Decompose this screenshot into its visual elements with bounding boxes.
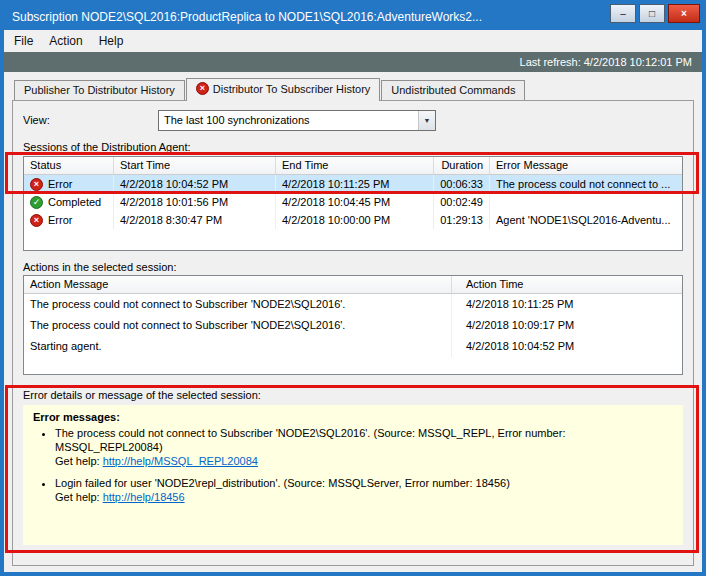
error-details-label: Error details or message of the selected…: [23, 389, 683, 401]
menu-file[interactable]: File: [6, 31, 41, 51]
session-status: Error: [48, 175, 72, 193]
success-icon: ✓: [30, 196, 43, 209]
maximize-button[interactable]: □: [639, 4, 665, 23]
column-header-error-message[interactable]: Error Message: [490, 157, 682, 174]
tab-panel: View: The last 100 synchronizations ▼ Se…: [12, 100, 694, 566]
session-row[interactable]: × Error 4/2/2018 8:30:47 PM 4/2/2018 10:…: [24, 211, 682, 229]
subscription-window: Subscription NODE2\SQL2016:ProductReplic…: [0, 0, 706, 576]
session-status: Error: [48, 211, 72, 229]
action-message: The process could not connect to Subscri…: [24, 294, 452, 315]
tab-undistributed-commands[interactable]: Undistributed Commands: [381, 80, 525, 100]
action-message: The process could not connect to Subscri…: [24, 315, 452, 336]
error-message-item: Login failed for user 'NODE2\repl_distri…: [55, 476, 673, 504]
error-message-text: Login failed for user 'NODE2\repl_distri…: [55, 477, 510, 489]
session-start-time: 4/2/2018 10:01:56 PM: [114, 193, 276, 211]
tab-publisher-to-distributor[interactable]: Publisher To Distributor History: [14, 80, 185, 100]
sessions-label: Sessions of the Distribution Agent:: [23, 141, 683, 153]
session-duration: 01:29:13: [434, 211, 490, 229]
tab-label: Distributor To Subscriber History: [213, 83, 371, 95]
tab-distributor-to-subscriber[interactable]: × Distributor To Subscriber History: [186, 78, 381, 101]
actions-label: Actions in the selected session:: [23, 261, 683, 273]
action-row[interactable]: The process could not connect to Subscri…: [24, 315, 682, 336]
session-error-message: The process could not connect to ...: [490, 175, 682, 193]
error-icon: ×: [196, 82, 209, 95]
close-button[interactable]: ×: [668, 4, 700, 23]
error-message-text: The process could not connect to Subscri…: [55, 427, 565, 453]
menu-help[interactable]: Help: [91, 31, 132, 51]
sessions-table: Status Start Time End Time Duration Erro…: [23, 156, 683, 251]
session-end-time: 4/2/2018 10:11:25 PM: [276, 175, 434, 193]
session-status: Completed: [48, 193, 101, 211]
error-messages-heading: Error messages:: [33, 411, 673, 423]
menu-action[interactable]: Action: [41, 31, 90, 51]
error-icon: ×: [30, 214, 43, 227]
session-row[interactable]: ✓ Completed 4/2/2018 10:01:56 PM 4/2/201…: [24, 193, 682, 211]
error-messages-list: The process could not connect to Subscri…: [41, 426, 673, 504]
action-row[interactable]: The process could not connect to Subscri…: [24, 294, 682, 315]
view-dropdown-value: The last 100 synchronizations: [159, 114, 418, 126]
session-row[interactable]: × Error 4/2/2018 10:04:52 PM 4/2/2018 10…: [24, 175, 682, 193]
view-dropdown[interactable]: The last 100 synchronizations ▼: [158, 110, 436, 131]
session-error-message: Agent 'NODE1\SQL2016-Adventu...: [490, 211, 682, 229]
session-duration: 00:02:49: [434, 193, 490, 211]
column-header-end-time[interactable]: End Time: [276, 157, 434, 174]
action-message: Starting agent.: [24, 336, 452, 357]
action-time: 4/2/2018 10:04:52 PM: [452, 336, 682, 357]
session-end-time: 4/2/2018 10:00:00 PM: [276, 211, 434, 229]
column-header-action-time[interactable]: Action Time: [452, 276, 682, 293]
error-icon: ×: [30, 178, 43, 191]
titlebar: Subscription NODE2\SQL2016:ProductReplic…: [4, 4, 702, 30]
view-label: View:: [23, 114, 158, 126]
get-help-label: Get help:: [55, 455, 100, 467]
minimize-button[interactable]: –: [610, 4, 636, 23]
help-link[interactable]: http://help/18456: [103, 491, 185, 503]
last-refresh-bar: Last refresh: 4/2/2018 10:12:01 PM: [4, 52, 702, 72]
session-duration: 00:06:33: [434, 175, 490, 193]
column-header-status[interactable]: Status: [24, 157, 114, 174]
tab-strip: Publisher To Distributor History × Distr…: [12, 78, 694, 100]
session-start-time: 4/2/2018 10:04:52 PM: [114, 175, 276, 193]
actions-table-header: Action Message Action Time: [24, 276, 682, 294]
tab-label: Undistributed Commands: [391, 84, 515, 96]
help-link[interactable]: http://help/MSSQL_REPL20084: [103, 455, 258, 467]
chevron-down-icon[interactable]: ▼: [418, 111, 435, 130]
session-end-time: 4/2/2018 10:04:45 PM: [276, 193, 434, 211]
view-row: View: The last 100 synchronizations ▼: [23, 109, 683, 131]
last-refresh-text: Last refresh: 4/2/2018 10:12:01 PM: [520, 56, 692, 68]
action-time: 4/2/2018 10:09:17 PM: [452, 315, 682, 336]
error-message-item: The process could not connect to Subscri…: [55, 426, 673, 468]
window-title: Subscription NODE2\SQL2016:ProductReplic…: [12, 10, 610, 24]
get-help-label: Get help:: [55, 491, 100, 503]
action-time: 4/2/2018 10:11:25 PM: [452, 294, 682, 315]
column-header-action-message[interactable]: Action Message: [24, 276, 452, 293]
tab-label: Publisher To Distributor History: [24, 84, 175, 96]
action-row[interactable]: Starting agent. 4/2/2018 10:04:52 PM: [24, 336, 682, 357]
session-start-time: 4/2/2018 8:30:47 PM: [114, 211, 276, 229]
caption-buttons: – □ ×: [610, 4, 702, 30]
menu-bar: File Action Help: [4, 30, 702, 52]
column-header-start-time[interactable]: Start Time: [114, 157, 276, 174]
actions-table: Action Message Action Time The process c…: [23, 275, 683, 375]
session-error-message: [490, 193, 682, 211]
client-area: Publisher To Distributor History × Distr…: [4, 72, 702, 572]
error-details-box: Error messages: The process could not co…: [23, 405, 683, 545]
column-header-duration[interactable]: Duration: [434, 157, 490, 174]
sessions-table-header: Status Start Time End Time Duration Erro…: [24, 157, 682, 175]
